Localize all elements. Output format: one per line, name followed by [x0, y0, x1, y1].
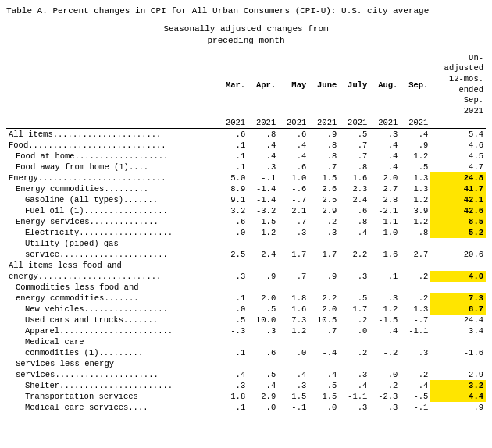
row-label: Commodities less food and — [6, 282, 217, 293]
cell-apr: .5 — [248, 369, 278, 380]
cell-apr: 1.2 — [248, 227, 278, 238]
cell-sep: .2 — [400, 271, 430, 282]
cell-jun: 2.0 — [308, 304, 339, 315]
cell-jul: .2 — [339, 347, 369, 358]
cell-apr: .3 — [248, 325, 278, 336]
cell-jun: .2 — [308, 216, 339, 227]
table-row: Food.............................1.4.4.8… — [6, 140, 486, 151]
cell-may: .7 — [278, 271, 308, 282]
table-row: Used cars and trucks........510.07.310.5… — [6, 315, 486, 325]
table-row: Medical care — [6, 336, 486, 347]
row-label: Used cars and trucks....... — [6, 315, 217, 325]
label-header — [6, 52, 217, 118]
col-july: July — [339, 52, 369, 118]
page-title: Table A. Percent changes in CPI for All … — [6, 6, 486, 16]
cell-jul: 2.3 — [339, 183, 369, 194]
cell-aug: .1 — [369, 271, 400, 282]
cell-mar: .6 — [217, 216, 248, 227]
cell-apr: .3 — [248, 162, 278, 172]
cell-aug: 1.0 — [369, 227, 400, 238]
col-unadj: Un-adjusted12-mos.endedSep.2021 — [430, 52, 486, 118]
col-aug: Aug. — [369, 52, 400, 118]
cell-mar: 5.0 — [217, 172, 248, 183]
cell-may: 1.5 — [278, 391, 308, 402]
cell-aug: .3 — [369, 402, 400, 413]
cell-apr: -.1 — [248, 172, 278, 183]
cell-sep: 1.3 — [400, 172, 430, 183]
table-row: service......................2.52.41.71.… — [6, 249, 486, 260]
row-label: commodities (1)......... — [6, 347, 217, 358]
cell-may: .4 — [278, 369, 308, 380]
cell-may: .4 — [278, 140, 308, 151]
cell-jul: .8 — [339, 162, 369, 172]
cell-aug: .3 — [369, 128, 400, 140]
cell-aug: -2.3 — [369, 391, 400, 402]
table-row: Food away from home (1).....1.3.6.7.8.4.… — [6, 162, 486, 172]
cell-unadj: 2.9 — [430, 369, 486, 380]
row-label: New vehicles................. — [6, 304, 217, 315]
cell-jun: 2.9 — [308, 205, 339, 216]
cell-unadj: 8.5 — [430, 216, 486, 227]
cell-sep: .9 — [400, 140, 430, 151]
year-row: 2021 2021 2021 2021 2021 2021 2021 — [6, 118, 486, 129]
cell-mar: .1 — [217, 140, 248, 151]
cell-unadj: 8.7 — [430, 304, 486, 315]
row-label: Medical care services.... — [6, 402, 217, 413]
cell-mar: .3 — [217, 380, 248, 391]
cell-unadj: .9 — [430, 402, 486, 413]
cell-apr: -3.2 — [248, 205, 278, 216]
cell-jun: 2.2 — [308, 293, 339, 304]
cell-sep: 1.2 — [400, 151, 430, 162]
cell-aug: 2.0 — [369, 172, 400, 183]
cell-may: .4 — [278, 151, 308, 162]
cell-jun: 1.5 — [308, 172, 339, 183]
table-row: Apparel.......................-.3.31.2.7… — [6, 325, 486, 336]
col-mar: Mar. — [217, 52, 248, 118]
cell-apr: 2.0 — [248, 293, 278, 304]
cell-mar: 1.8 — [217, 391, 248, 402]
col-apr: Apr. — [248, 52, 278, 118]
cell-sep: .4 — [400, 380, 430, 391]
row-label: Energy commodities......... — [6, 183, 217, 194]
cell-unadj: 3.2 — [430, 380, 486, 391]
table-row: All items less food and — [6, 260, 486, 271]
cpi-table: Mar. Apr. May June July Aug. Sep. Un-adj… — [6, 52, 486, 413]
col-sep: Sep. — [400, 52, 430, 118]
subtitle: Seasonally adjusted changes from precedi… — [6, 23, 486, 48]
cell-may: .3 — [278, 227, 308, 238]
cell-jul: .4 — [339, 380, 369, 391]
cell-sep: 3.9 — [400, 205, 430, 216]
cell-jul: .4 — [339, 227, 369, 238]
cell-jun: 10.5 — [308, 315, 339, 325]
col-may: May — [278, 52, 308, 118]
cell-aug: 1.1 — [369, 216, 400, 227]
table-row: Energy..........................5.0-.11.… — [6, 172, 486, 183]
cell-unadj: 5.4 — [430, 128, 486, 140]
cell-may: .6 — [278, 162, 308, 172]
table-row: energy..........................3.9.7.9.… — [6, 271, 486, 282]
cell-aug: .4 — [369, 140, 400, 151]
table-row: energy commodities........12.01.82.2.5.3… — [6, 293, 486, 304]
cell-jun: .9 — [308, 271, 339, 282]
cell-sep: 1.2 — [400, 216, 430, 227]
cell-may: 2.1 — [278, 205, 308, 216]
cell-unadj: 42.1 — [430, 194, 486, 205]
cell-sep: .4 — [400, 128, 430, 140]
row-label: Food away from home (1).... — [6, 162, 217, 172]
cell-jul: .3 — [339, 369, 369, 380]
col-june: June — [308, 52, 339, 118]
cell-aug: 2.8 — [369, 194, 400, 205]
cell-unadj: 7.3 — [430, 293, 486, 304]
table-row: Services less energy — [6, 358, 486, 369]
row-label: Medical care — [6, 336, 217, 347]
cell-jun: -.4 — [308, 347, 339, 358]
cell-apr: 2.9 — [248, 391, 278, 402]
row-label: service...................... — [6, 249, 217, 260]
table-row: Transportation services1.82.91.51.5-1.1-… — [6, 391, 486, 402]
table-row: Energy commodities.........8.9-1.4-.62.6… — [6, 183, 486, 194]
cell-jun: .0 — [308, 402, 339, 413]
row-label: Food............................ — [6, 140, 217, 151]
cell-sep: 1.3 — [400, 183, 430, 194]
cell-may: .6 — [278, 128, 308, 140]
cell-unadj: 4.4 — [430, 391, 486, 402]
